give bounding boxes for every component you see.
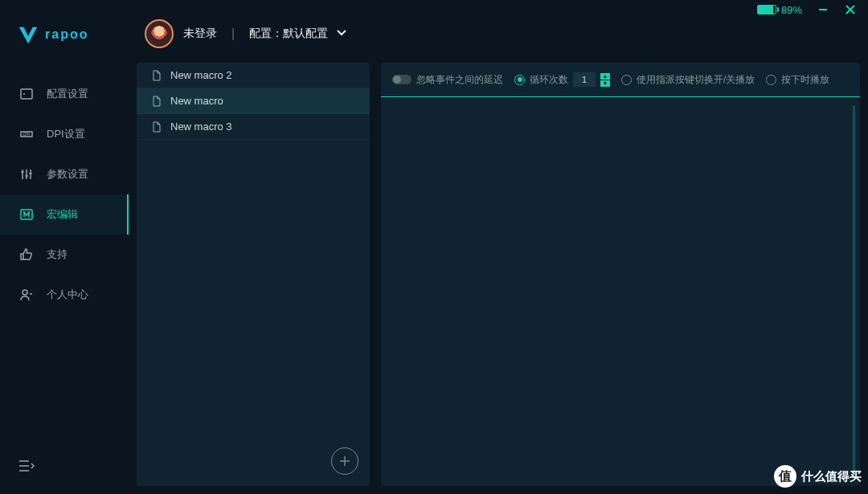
add-macro-button[interactable] xyxy=(331,447,358,475)
scrollbar[interactable] xyxy=(853,105,855,478)
macro-item[interactable]: New macro 2 xyxy=(137,63,370,88)
config-icon xyxy=(18,85,35,103)
sidebar-item-support[interactable]: 支持 xyxy=(0,235,129,275)
watermark: 值 什么值得买 xyxy=(774,465,862,488)
battery-percentage: 89% xyxy=(781,4,802,16)
toggle-switch[interactable] xyxy=(392,75,411,84)
play-on-press-option[interactable]: 按下时播放 xyxy=(766,73,829,87)
sidebar-item-label: 宏编辑 xyxy=(47,207,78,222)
spinner-up[interactable]: ▲ xyxy=(600,73,610,80)
sidebar-item-label: DPI设置 xyxy=(47,127,85,141)
playback-options-bar: 忽略事件之间的延迟 循环次数 ▲ ▼ 使用指派按键切换开/关播放 xyxy=(381,63,860,97)
spinner-down[interactable]: ▼ xyxy=(600,80,610,87)
svg-text:DPI: DPI xyxy=(23,132,30,137)
file-icon xyxy=(151,121,162,133)
battery-indicator: 89% xyxy=(757,4,802,16)
sidebar-item-params[interactable]: 参数设置 xyxy=(0,154,129,194)
radio-button[interactable] xyxy=(621,75,632,85)
thumbs-up-icon xyxy=(18,246,35,263)
macro-icon xyxy=(18,206,35,223)
loop-count-input[interactable] xyxy=(573,72,596,87)
macro-list-panel: New macro 2 New macro New macro 3 xyxy=(137,63,370,486)
file-icon xyxy=(151,70,162,81)
sidebar-item-macro[interactable]: 宏编辑 xyxy=(0,194,129,235)
logo-text: rapoo xyxy=(45,27,88,42)
avatar[interactable] xyxy=(145,19,174,48)
logo: rapoo xyxy=(0,0,129,74)
sidebar-item-personal[interactable]: 个人中心 xyxy=(0,275,129,315)
watermark-text: 什么值得买 xyxy=(801,469,862,484)
macro-name: New macro 2 xyxy=(170,69,232,81)
sidebar-item-label: 配置设置 xyxy=(47,87,88,101)
close-button[interactable] xyxy=(844,3,857,16)
svg-rect-11 xyxy=(26,175,28,177)
config-selector[interactable]: 配置：默认配置 xyxy=(249,27,347,41)
sidebar-item-label: 个人中心 xyxy=(47,288,88,302)
dpi-icon: DPI xyxy=(18,125,35,143)
ignore-delay-option[interactable]: 忽略事件之间的延迟 xyxy=(392,73,503,87)
user-icon xyxy=(18,286,35,304)
macro-canvas[interactable]: 左键点击选中 右键点击编辑 添加▸ 按键 延迟 修改 xyxy=(381,97,860,486)
loop-count-option[interactable]: 循环次数 ▲ ▼ xyxy=(514,72,610,87)
collapse-sidebar-button[interactable] xyxy=(0,441,129,494)
logo-v-icon xyxy=(16,22,40,47)
svg-rect-3 xyxy=(21,89,32,99)
macro-editor-panel: 忽略事件之间的延迟 循环次数 ▲ ▼ 使用指派按键切换开/关播放 xyxy=(381,63,860,486)
watermark-icon: 值 xyxy=(774,465,796,488)
sidebar-item-label: 参数设置 xyxy=(47,167,88,182)
radio-button[interactable] xyxy=(766,75,776,85)
svg-point-4 xyxy=(23,93,25,95)
sidebar: rapoo 配置设置 DPI DPI设置 参数设置 宏编辑 支持 xyxy=(0,0,129,494)
plus-icon xyxy=(338,455,351,467)
login-status[interactable]: 未登录 xyxy=(183,27,217,41)
svg-point-14 xyxy=(23,290,27,295)
sidebar-item-label: 支持 xyxy=(47,247,68,262)
minimize-button[interactable] xyxy=(817,3,829,16)
file-icon xyxy=(151,96,162,107)
sidebar-item-config[interactable]: 配置设置 xyxy=(0,74,129,114)
macro-item[interactable]: New macro xyxy=(137,88,370,114)
radio-button[interactable] xyxy=(514,75,525,85)
svg-rect-10 xyxy=(22,171,24,173)
macro-name: New macro xyxy=(170,95,223,107)
macro-name: New macro 3 xyxy=(170,120,232,133)
svg-rect-12 xyxy=(30,173,32,174)
macro-item[interactable]: New macro 3 xyxy=(137,114,370,140)
sliders-icon xyxy=(18,165,35,183)
chevron-down-icon xyxy=(336,29,347,37)
divider: | xyxy=(231,27,235,41)
battery-icon xyxy=(757,5,776,14)
assign-key-toggle-option[interactable]: 使用指派按键切换开/关播放 xyxy=(621,73,755,87)
sidebar-item-dpi[interactable]: DPI DPI设置 xyxy=(0,114,129,154)
